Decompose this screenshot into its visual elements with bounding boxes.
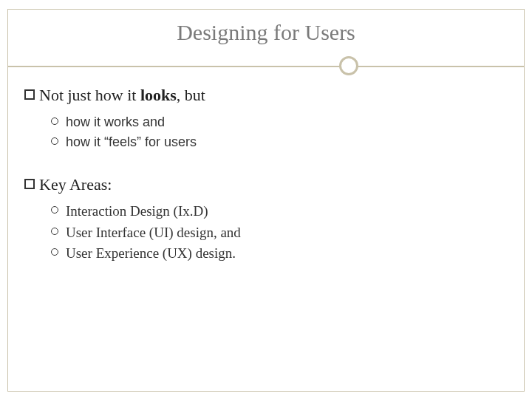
heading-pre: Not just how it <box>39 86 140 104</box>
heading-post: , but <box>177 86 205 104</box>
circle-bullet-icon <box>51 206 58 214</box>
list-item: User Experience (UX) design. <box>51 243 508 265</box>
heading-bold: looks <box>140 86 177 104</box>
list-item-text: how it “feels” for users <box>66 132 197 152</box>
list-item: how it “feels” for users <box>51 132 508 152</box>
slide-frame: Designing for Users Not just how it look… <box>7 9 525 392</box>
content: Not just how it looks, but how it works … <box>8 85 524 265</box>
circle-bullet-icon <box>51 228 58 235</box>
section-1-heading-text: Not just how it looks, but <box>39 85 205 106</box>
square-bullet-icon <box>24 89 35 100</box>
section-2-list: Interaction Design (Ix.D) User Interface… <box>51 201 508 265</box>
circle-bullet-icon <box>51 137 58 145</box>
section-1-list: how it works and how it “feels” for user… <box>51 112 508 152</box>
square-bullet-icon <box>24 179 35 189</box>
list-item-text: Interaction Design (Ix.D) <box>66 201 208 222</box>
list-item-text: User Experience (UX) design. <box>66 243 236 265</box>
slide: Designing for Users Not just how it look… <box>0 0 532 399</box>
separator-circle-icon <box>339 56 358 75</box>
list-item: Interaction Design (Ix.D) <box>51 201 508 222</box>
circle-bullet-icon <box>51 248 58 256</box>
circle-bullet-icon <box>51 117 58 125</box>
list-item-text: User Interface (UI) design, and <box>66 222 241 244</box>
list-item: User Interface (UI) design, and <box>51 222 508 244</box>
separator <box>8 55 524 76</box>
list-item: how it works and <box>51 112 508 132</box>
section-2-heading-text: Key Areas: <box>39 174 112 196</box>
slide-title: Designing for Users <box>8 20 524 45</box>
separator-line <box>8 66 524 67</box>
list-item-text: how it works and <box>66 112 165 132</box>
section-2-heading: Key Areas: <box>24 174 508 196</box>
section-1-heading: Not just how it looks, but <box>24 85 508 106</box>
